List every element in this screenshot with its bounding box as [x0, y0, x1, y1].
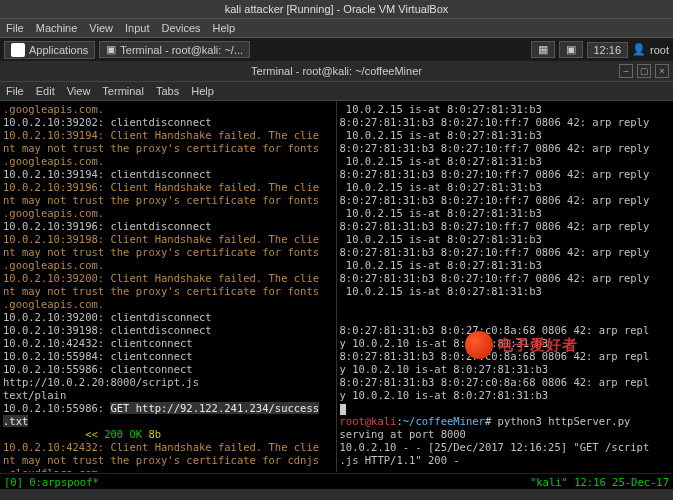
prompt-user: root@kali	[340, 415, 397, 427]
http-url: .txt	[3, 415, 28, 427]
tmux-status-right: "kali" 12:16 25-Dec-17	[530, 476, 669, 488]
terminal-title-bar: Terminal - root@kali: ~/coffeeMiner – ▢ …	[0, 61, 673, 82]
log-line: .googleapis.com.	[3, 298, 104, 310]
log-line: 10.0.2.10:39198: Client Handshake failed…	[3, 233, 319, 245]
task-terminal[interactable]: ▣Terminal - root@kali: ~/...	[99, 41, 250, 58]
log-line: 10.0.2.10:42432: Client Handshake failed…	[3, 441, 319, 453]
log-line: 8:0:27:81:31:b3 8:0:27:10:ff:7 0806 42: …	[340, 194, 650, 206]
vbox-menu-view[interactable]: View	[89, 22, 113, 34]
tmux-status-left: [0] 0:arpspoof*	[4, 476, 99, 488]
log-line: 10.0.2.10:39200: Client Handshake failed…	[3, 272, 319, 284]
log-line: 8b	[142, 428, 161, 440]
term-menu-view[interactable]: View	[67, 85, 91, 97]
log-line: 10.0.2.10:39198: clientdisconnect	[3, 324, 212, 336]
vbox-menu-bar: File Machine View Input Devices Help	[0, 19, 673, 38]
close-button[interactable]: ×	[655, 64, 669, 78]
terminal-menu-bar: File Edit View Terminal Tabs Help	[0, 82, 673, 101]
log-line: 8:0:27:81:31:b3 8:0:27:10:ff:7 0806 42: …	[340, 272, 650, 284]
log-line: 8:0:27:81:31:b3 8:0:27:c0:8a:68 0806 42:…	[340, 350, 650, 362]
prompt-path: ~/coffeeMiner	[403, 415, 485, 427]
log-line: serving at port 8000	[340, 428, 466, 440]
log-line: 10.0.2.15 is-at 8:0:27:81:31:b3	[340, 207, 542, 219]
prompt-cmd: python3 httpServer.py	[491, 415, 630, 427]
log-line: nt may not trust the proxy's certificate…	[3, 142, 319, 154]
log-line: text/plain	[3, 389, 66, 401]
log-line: 10.0.2.10:39194: Client Handshake failed…	[3, 129, 319, 141]
term-menu-file[interactable]: File	[6, 85, 24, 97]
log-line: 10.0.2.10:55986: clientconnect	[3, 363, 193, 375]
log-line: 10.0.2.15 is-at 8:0:27:81:31:b3	[340, 129, 542, 141]
kali-logo-icon	[11, 43, 25, 57]
log-line: .googleapis.com.	[3, 259, 104, 271]
log-line: 10.0.2.10:39196: Client Handshake failed…	[3, 181, 319, 193]
kali-taskbar: Applications ▣Terminal - root@kali: ~/..…	[0, 38, 673, 61]
log-line: 8:0:27:81:31:b3 8:0:27:10:ff:7 0806 42: …	[340, 116, 650, 128]
tray-icon-2[interactable]: ▣	[559, 41, 583, 58]
log-line: 10.0.2.15 is-at 8:0:27:81:31:b3	[340, 181, 542, 193]
cursor	[340, 404, 346, 415]
log-line: 10.0.2.10:42432: clientconnect	[3, 337, 193, 349]
tray-icon-1[interactable]: ▦	[531, 41, 555, 58]
terminal-body: .googleapis.com. 10.0.2.10:39202: client…	[0, 101, 673, 489]
log-line: 10.0.2.10:55984: clientconnect	[3, 350, 193, 362]
log-line: y 10.0.2.10 is-at 8:0:27:81:31:b3	[340, 363, 549, 375]
vbox-menu-devices[interactable]: Devices	[161, 22, 200, 34]
vbox-title-bar: kali attacker [Running] - Oracle VM Virt…	[0, 0, 673, 19]
log-line: y 10.0.2.10 is-at 8:0:27:81:31:b3	[340, 337, 549, 349]
term-menu-help[interactable]: Help	[191, 85, 214, 97]
tmux-status-bar: [0] 0:arpspoof* "kali" 12:16 25-Dec-17	[0, 473, 673, 489]
log-line: <<	[3, 428, 104, 440]
terminal-icon: ▣	[106, 43, 116, 56]
log-line: http://10.0.2.20:8000/script.js	[3, 376, 199, 388]
log-line: 8:0:27:81:31:b3 8:0:27:10:ff:7 0806 42: …	[340, 142, 650, 154]
log-line: .cloudflare.com.	[3, 467, 104, 472]
log-line: 10.0.2.15 is-at 8:0:27:81:31:b3	[340, 233, 542, 245]
log-line: 10.0.2.10:55986:	[3, 402, 110, 414]
http-url: http://92.122.241.234/success	[129, 402, 319, 414]
log-line: .googleapis.com.	[3, 103, 104, 115]
log-line: 10.0.2.10 - - [25/Dec/2017 12:16:25] "GE…	[340, 441, 650, 453]
vbox-menu-help[interactable]: Help	[213, 22, 236, 34]
user-label: root	[650, 44, 669, 56]
clock[interactable]: 12:16	[587, 42, 629, 58]
terminal-title: Terminal - root@kali: ~/coffeeMiner	[251, 65, 422, 77]
user-icon[interactable]: 👤	[632, 43, 646, 56]
term-menu-terminal[interactable]: Terminal	[102, 85, 144, 97]
log-line: 10.0.2.15 is-at 8:0:27:81:31:b3	[340, 285, 542, 297]
log-line: nt may not trust the proxy's certificate…	[3, 454, 319, 466]
log-line	[340, 298, 346, 310]
log-line: nt may not trust the proxy's certificate…	[3, 285, 319, 297]
term-menu-edit[interactable]: Edit	[36, 85, 55, 97]
log-line: 10.0.2.10:39200: clientdisconnect	[3, 311, 212, 323]
vbox-menu-input[interactable]: Input	[125, 22, 149, 34]
http-method: GET	[110, 402, 129, 414]
apps-button[interactable]: Applications	[4, 41, 95, 59]
log-line	[340, 311, 346, 323]
maximize-button[interactable]: ▢	[637, 64, 651, 78]
log-line: y 10.0.2.10 is-at 8:0:27:81:31:b3	[340, 389, 549, 401]
task-label: Terminal - root@kali: ~/...	[120, 44, 243, 56]
minimize-button[interactable]: –	[619, 64, 633, 78]
log-line: 10.0.2.10:39196: clientdisconnect	[3, 220, 212, 232]
term-menu-tabs[interactable]: Tabs	[156, 85, 179, 97]
log-line: .googleapis.com.	[3, 207, 104, 219]
left-pane[interactable]: .googleapis.com. 10.0.2.10:39202: client…	[0, 101, 337, 472]
log-line: 10.0.2.10:39194: clientdisconnect	[3, 168, 212, 180]
log-line: 8:0:27:81:31:b3 8:0:27:10:ff:7 0806 42: …	[340, 246, 650, 258]
log-line: 10.0.2.15 is-at 8:0:27:81:31:b3	[340, 103, 542, 115]
log-line: .googleapis.com.	[3, 155, 104, 167]
log-line: 8:0:27:81:31:b3 8:0:27:10:ff:7 0806 42: …	[340, 168, 650, 180]
vbox-menu-machine[interactable]: Machine	[36, 22, 78, 34]
right-pane[interactable]: 10.0.2.15 is-at 8:0:27:81:31:b3 8:0:27:8…	[337, 101, 674, 472]
http-status: 200 OK	[104, 428, 142, 440]
log-line: .js HTTP/1.1" 200 -	[340, 454, 460, 466]
apps-label: Applications	[29, 44, 88, 56]
log-line: 8:0:27:81:31:b3 8:0:27:c0:8a:68 0806 42:…	[340, 376, 650, 388]
log-line: nt may not trust the proxy's certificate…	[3, 194, 319, 206]
log-line: 10.0.2.15 is-at 8:0:27:81:31:b3	[340, 259, 542, 271]
log-line: 10.0.2.15 is-at 8:0:27:81:31:b3	[340, 155, 542, 167]
log-line: 10.0.2.10:39202: clientdisconnect	[3, 116, 212, 128]
log-line: 8:0:27:81:31:b3 8:0:27:10:ff:7 0806 42: …	[340, 220, 650, 232]
vbox-title: kali attacker [Running] - Oracle VM Virt…	[225, 3, 449, 15]
vbox-menu-file[interactable]: File	[6, 22, 24, 34]
